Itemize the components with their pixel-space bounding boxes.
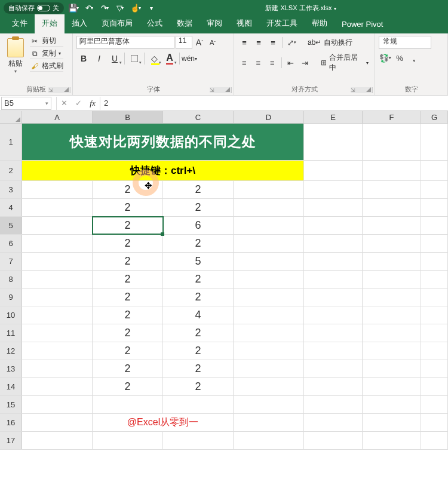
filter-icon[interactable]: ▽▾ (114, 2, 126, 14)
cell[interactable] (363, 161, 421, 180)
cell[interactable] (22, 199, 93, 216)
decrease-indent-button[interactable]: ⇤ (284, 56, 297, 69)
increase-indent-button[interactable]: ⇥ (298, 56, 311, 69)
paste-icon[interactable] (7, 38, 24, 57)
cell[interactable] (421, 235, 448, 252)
cell[interactable] (304, 235, 363, 252)
align-top-button[interactable]: ≡ (238, 36, 251, 49)
row-header[interactable]: 3 (0, 181, 22, 198)
save-icon[interactable]: 💾▾ (67, 2, 79, 14)
row-header[interactable]: 16 (0, 414, 22, 431)
cell[interactable] (421, 253, 448, 270)
row-header[interactable]: 14 (0, 378, 22, 395)
cell[interactable] (304, 396, 363, 413)
cell[interactable] (22, 253, 93, 270)
tab-review[interactable]: 审阅 (200, 14, 229, 33)
tab-power-pivot[interactable]: Power Pivot (335, 16, 390, 33)
cell[interactable] (22, 396, 93, 413)
cell[interactable] (22, 288, 93, 306)
cell[interactable] (22, 306, 93, 324)
cell[interactable]: 2 (163, 288, 234, 306)
cell[interactable] (421, 124, 448, 160)
cell[interactable] (363, 181, 421, 198)
cancel-formula-button[interactable]: ✕ (57, 97, 71, 110)
cell[interactable] (421, 342, 448, 360)
cell[interactable] (421, 378, 448, 395)
cell[interactable] (234, 324, 304, 342)
col-header-f[interactable]: F (363, 111, 421, 123)
cell[interactable] (421, 217, 448, 234)
tab-home[interactable]: 开始 (35, 14, 65, 33)
cell[interactable] (363, 235, 421, 252)
banner-title-cell[interactable]: 快速对比两列数据的不同之处 (22, 124, 304, 160)
cell[interactable] (363, 378, 421, 395)
qat-overflow-icon[interactable]: ▾ (145, 2, 157, 14)
col-header-a[interactable]: A (22, 111, 93, 123)
cell[interactable] (22, 378, 93, 395)
cell[interactable]: 2 (93, 181, 163, 198)
cell[interactable] (363, 342, 421, 360)
cell[interactable]: 2 (93, 360, 163, 377)
tab-developer[interactable]: 开发工具 (259, 14, 305, 33)
cell[interactable]: 2 (93, 306, 163, 324)
cell[interactable] (22, 342, 93, 360)
cell[interactable]: 2 (163, 271, 234, 288)
cell[interactable] (22, 414, 93, 431)
cell[interactable] (163, 432, 234, 449)
cell[interactable] (363, 432, 421, 449)
cell[interactable] (234, 253, 304, 270)
cell[interactable] (234, 235, 304, 252)
align-right-button[interactable]: ≡ (266, 56, 279, 69)
tab-help[interactable]: 帮助 (305, 14, 335, 33)
cell[interactable] (234, 378, 304, 395)
row-header[interactable]: 11 (0, 324, 22, 342)
cell[interactable] (363, 324, 421, 342)
align-center-button[interactable]: ≡ (252, 56, 265, 69)
touch-icon[interactable]: ☝▾ (130, 2, 142, 14)
cell[interactable] (304, 161, 363, 180)
cell[interactable] (304, 360, 363, 377)
tab-page-layout[interactable]: 页面布局 (94, 14, 140, 33)
cell[interactable] (421, 199, 448, 216)
cell[interactable]: 2 (93, 235, 163, 252)
cell[interactable] (304, 288, 363, 306)
name-box[interactable]: B5 (1, 97, 51, 110)
cell[interactable] (304, 253, 363, 270)
tab-view[interactable]: 视图 (229, 14, 259, 33)
cell[interactable] (234, 181, 304, 198)
bold-button[interactable]: B (76, 51, 91, 66)
cell[interactable] (421, 360, 448, 377)
cell[interactable]: 4 (163, 306, 234, 324)
orientation-button[interactable]: ⤢▾ (285, 36, 298, 49)
number-format-select[interactable]: 常规 (379, 36, 431, 49)
copy-button[interactable]: ⧉复制 ▾ (30, 48, 63, 59)
cell[interactable]: 2 (163, 181, 234, 198)
underline-button[interactable]: U▾ (108, 51, 122, 66)
cell[interactable] (234, 360, 304, 377)
cell[interactable]: 2 (163, 324, 234, 342)
align-middle-button[interactable]: ≡ (252, 36, 265, 49)
cell[interactable]: 2 (93, 199, 163, 216)
cell[interactable] (304, 378, 363, 395)
increase-font-button[interactable]: Aˆ (194, 36, 205, 49)
col-header-b[interactable]: B (93, 111, 163, 123)
cell[interactable]: 2 (163, 342, 234, 360)
font-size-select[interactable]: 11 (176, 36, 192, 49)
cell[interactable] (421, 414, 448, 431)
font-launcher-icon[interactable]: ⇲ (210, 87, 232, 93)
comma-button[interactable]: , (407, 51, 421, 65)
row-header[interactable]: 4 (0, 199, 22, 216)
row-header[interactable]: 13 (0, 360, 22, 377)
cell[interactable]: 2 (93, 288, 163, 306)
row-header[interactable]: 17 (0, 432, 22, 449)
decrease-font-button[interactable]: Aˇ (207, 36, 219, 49)
cut-button[interactable]: ✂剪切 (30, 36, 63, 47)
cell[interactable]: 5 (163, 253, 234, 270)
credit-cell[interactable]: @Excel从零到一 (93, 414, 234, 431)
cell[interactable]: 2 (93, 342, 163, 360)
row-header[interactable]: 1 (0, 124, 22, 160)
merge-center-button[interactable]: ⊞合并后居中 ▾ (318, 51, 371, 74)
cell[interactable] (304, 271, 363, 288)
cell[interactable] (22, 181, 93, 198)
cell[interactable] (304, 342, 363, 360)
